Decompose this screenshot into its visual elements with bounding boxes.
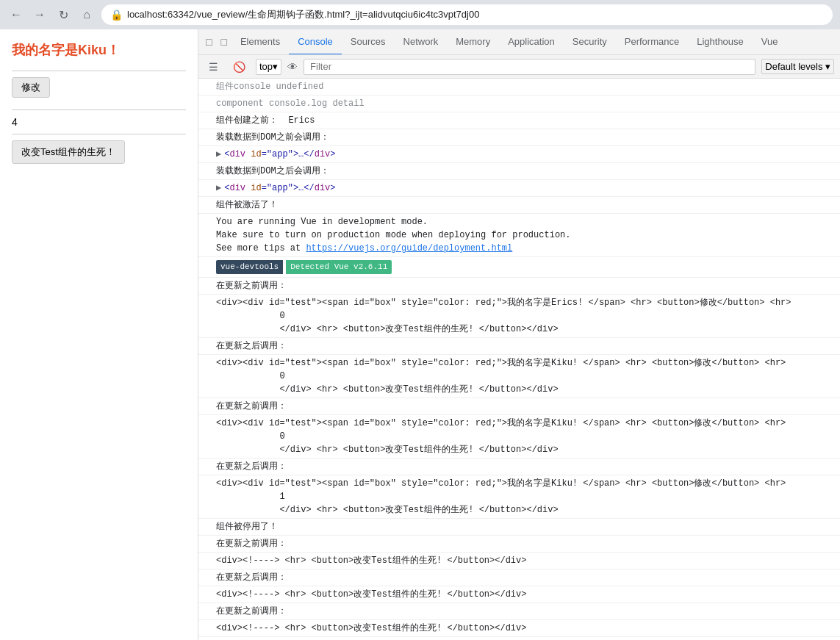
vue-badge-dark-label: vue-devtools	[216, 260, 283, 274]
console-text: <div><!----> <hr> <button>改变Test组件的生死! <…	[216, 588, 526, 601]
address-bar[interactable]: 🔒 localhost:63342/vue_review/生命周期钩子函数.ht…	[101, 4, 833, 25]
back-button[interactable]: ←	[7, 6, 25, 24]
console-row-vue-warning: You are running Vue in development mode.…	[198, 214, 840, 257]
console-row: component console.log detail	[198, 96, 840, 112]
tab-performance[interactable]: Performance	[616, 29, 688, 55]
console-row: ▶ <div id="app">…</div>	[198, 146, 840, 163]
filter-input[interactable]	[304, 59, 755, 75]
console-row: 组件console undefined	[198, 79, 840, 96]
console-row: 在更新之后调用：	[198, 459, 840, 475]
main-layout: 我的名字是Kiku！ 修改 4 改变Test组件的生死！ □ □ Element…	[0, 29, 840, 640]
console-text: 组件被激活了！	[216, 198, 278, 212]
console-row: 组件被激活了！	[198, 197, 840, 214]
tab-memory[interactable]: Memory	[447, 29, 499, 55]
url-text: localhost:63342/vue_review/生命周期钩子函数.html…	[127, 8, 824, 21]
console-text: 组件创建之前： Erics	[216, 114, 315, 127]
console-text: <div><div id="test"><span id="box" style…	[216, 296, 791, 336]
browser-chrome: ← → ↻ ⌂ 🔒 localhost:63342/vue_review/生命周…	[0, 0, 840, 29]
console-text: 组件被停用了！	[216, 520, 278, 533]
tab-application[interactable]: Application	[499, 29, 564, 55]
divider-1	[12, 71, 186, 71]
console-text: You are running Vue in development mode.…	[216, 215, 570, 255]
browser-toolbar: ← → ↻ ⌂ 🔒 localhost:63342/vue_review/生命周…	[0, 0, 840, 29]
console-text: 组件console undefined	[216, 80, 323, 93]
console-text: <div><div id="test"><span id="box" style…	[216, 356, 786, 396]
tab-network[interactable]: Network	[395, 29, 448, 55]
console-row: 在更新之后调用：	[198, 338, 840, 355]
console-row: 在更新之后调用：	[198, 637, 840, 641]
tab-lighthouse[interactable]: Lighthouse	[688, 29, 753, 55]
console-text: 在更新之后调用：	[216, 460, 287, 473]
console-row-code: <div><!----> <hr> <button>改变Test组件的生死! <…	[198, 620, 840, 637]
dock-icon[interactable]: □	[201, 33, 216, 51]
console-row: 在更新之后调用：	[198, 569, 840, 586]
sidebar-toggle-button[interactable]: ☰	[204, 58, 223, 76]
console-row-badge: vue-devtoolsDetected Vue v2.6.11	[198, 257, 840, 278]
divider-3	[12, 134, 186, 134]
console-toolbar: ☰ 🚫 top ▾ 👁 Default levels ▾	[198, 55, 840, 79]
console-row: 在更新之前调用：	[198, 278, 840, 295]
vue-badge-green-label: Detected Vue v2.6.11	[286, 260, 392, 274]
inspect-icon[interactable]: □	[216, 33, 231, 51]
console-row-code: <div><!----> <hr> <button>改变Test组件的生死! <…	[198, 553, 840, 569]
console-row: ▶ <div id="app">…</div>	[198, 180, 840, 197]
home-button[interactable]: ⌂	[78, 6, 96, 24]
console-text: 在更新之后调用：	[216, 339, 287, 353]
refresh-button[interactable]: ↻	[54, 6, 72, 24]
counter-number: 4	[12, 116, 186, 128]
tab-security[interactable]: Security	[564, 29, 616, 55]
levels-select[interactable]: Default levels ▾	[761, 59, 834, 74]
console-row-code: <div><div id="test"><span id="box" style…	[198, 355, 840, 398]
tab-sources[interactable]: Sources	[342, 29, 395, 55]
console-text: 装载数据到DOM之后会调用：	[216, 165, 329, 178]
console-row-code: <div><div id="test"><span id="box" style…	[198, 295, 840, 338]
console-text: <div><!----> <hr> <button>改变Test组件的生死! <…	[216, 622, 526, 635]
divider-2	[12, 109, 186, 110]
tab-elements[interactable]: Elements	[231, 29, 289, 55]
console-text: <div><div id="test"><span id="box" style…	[216, 417, 786, 456]
console-content: 组件console undefined component console.lo…	[198, 79, 840, 640]
vue-app-title: 我的名字是Kiku！	[12, 41, 186, 59]
console-dom: <div id="app">…</div>	[224, 181, 335, 195]
context-select-label: top	[259, 61, 273, 72]
console-row: 组件创建之前： Erics	[198, 112, 840, 129]
context-select-arrow: ▾	[273, 61, 278, 72]
console-text: 在更新之前调用：	[216, 279, 287, 292]
tab-vue[interactable]: Vue	[753, 29, 787, 55]
lifecycle-button[interactable]: 改变Test组件的生死！	[12, 140, 125, 164]
console-text: 装载数据到DOM之前会调用：	[216, 131, 329, 144]
eye-button[interactable]: 👁	[287, 61, 298, 73]
expand-arrow[interactable]: ▶	[216, 181, 221, 195]
console-row: 装载数据到DOM之后会调用：	[198, 163, 840, 180]
vue-devtools-badge: vue-devtoolsDetected Vue v2.6.11	[216, 260, 392, 274]
console-text: component console.log detail	[216, 97, 365, 110]
clear-console-button[interactable]: 🚫	[229, 58, 250, 76]
console-text: <div><!----> <hr> <button>改变Test组件的生死! <…	[216, 554, 526, 567]
console-row-code: <div><div id="test"><span id="box" style…	[198, 415, 840, 459]
console-text: <div><div id="test"><span id="box" style…	[216, 477, 786, 517]
security-icon: 🔒	[110, 9, 123, 21]
console-text: 在更新之后调用：	[216, 571, 287, 584]
console-text: 在更新之前调用：	[216, 400, 287, 413]
console-row: 在更新之前调用：	[198, 603, 840, 620]
forward-button[interactable]: →	[31, 6, 49, 24]
expand-arrow[interactable]: ▶	[216, 148, 221, 161]
console-row: 在更新之前调用：	[198, 536, 840, 553]
console-row: 组件被停用了！	[198, 519, 840, 536]
console-text: 在更新之前调用：	[216, 605, 287, 618]
vue-deployment-link[interactable]: https://vuejs.org/guide/deployment.html	[306, 243, 512, 254]
console-row-code: <div><div id="test"><span id="box" style…	[198, 475, 840, 519]
tab-console[interactable]: Console	[289, 29, 342, 55]
console-row: 装载数据到DOM之前会调用：	[198, 129, 840, 146]
console-row-code: <div><!----> <hr> <button>改变Test组件的生死! <…	[198, 586, 840, 603]
console-dom: <div id="app">…</div>	[224, 148, 335, 161]
vue-app-panel: 我的名字是Kiku！ 修改 4 改变Test组件的生死！	[0, 29, 198, 640]
context-select-wrapper[interactable]: top ▾	[256, 59, 281, 75]
edit-button[interactable]: 修改	[12, 77, 50, 98]
console-row: 在更新之前调用：	[198, 398, 840, 415]
console-text: 在更新之前调用：	[216, 537, 287, 550]
devtools-tab-bar: □ □ Elements Console Sources Network Mem…	[198, 29, 840, 55]
devtools-panel: □ □ Elements Console Sources Network Mem…	[198, 29, 840, 640]
